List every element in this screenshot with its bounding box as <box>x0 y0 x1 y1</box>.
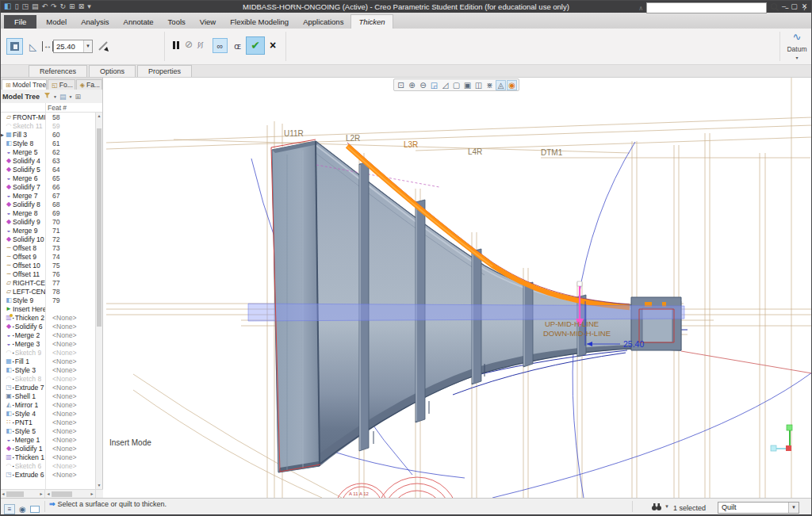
maximize-icon[interactable]: ▢ <box>789 2 799 10</box>
flip-direction-button[interactable] <box>97 40 109 52</box>
tree-item-fill-3[interactable]: ▶▦Fill 360 <box>0 130 95 139</box>
display-style-icon[interactable]: ▢ <box>451 80 462 90</box>
thickness-dropdown-icon[interactable]: ▼ <box>83 40 92 52</box>
tree-item-thicken-2[interactable]: ▥▪Thicken 2<None> <box>0 313 95 322</box>
save-icon[interactable]: ▤ <box>32 1 39 12</box>
tree-item-merge-5[interactable]: ◒Merge 562 <box>0 147 95 156</box>
app-icon[interactable]: ◧ <box>4 1 11 12</box>
new-icon[interactable]: ▯ <box>14 1 18 12</box>
scroll-thumb[interactable] <box>97 128 102 327</box>
tree-item-merge-9[interactable]: ◒Merge 971 <box>0 226 95 235</box>
scroll-right-icon[interactable]: ► <box>38 491 44 496</box>
scroll-left-icon[interactable]: ◄ <box>45 491 52 496</box>
graphics-viewport[interactable]: A 11 A 12 25.40 U11R L2R L3R L4R DTM1 UP… <box>106 78 812 498</box>
tree-item-merge-7[interactable]: ◒Merge 767 <box>0 191 95 200</box>
zoom-in-icon[interactable]: ⊕ <box>407 80 417 90</box>
scroll-down-icon[interactable]: ▼ <box>96 482 102 489</box>
tree-item-merge-8[interactable]: ◒Merge 869 <box>0 208 95 217</box>
tree-item-shell-1[interactable]: ▣▪Shell 1<None> <box>0 392 95 400</box>
tree-item-mirror-1[interactable]: ◭▪Mirror 1<None> <box>0 400 95 409</box>
quick-access-toolbar[interactable]: ◧▯◳▤↶↷↻⊞⊠▾ <box>4 1 91 12</box>
spin-center-icon[interactable]: ◉ <box>507 80 517 90</box>
datum-display-icon[interactable]: ⋇ <box>485 80 495 90</box>
tree-item-solidify-10[interactable]: ◆Solidify 1072 <box>0 235 95 243</box>
tree-item-solidify-8[interactable]: ◆Solidify 868 <box>0 200 95 208</box>
undo-icon[interactable]: ↶ <box>41 1 48 12</box>
navigator-toggle-icon[interactable]: ≡ <box>4 504 15 514</box>
datum-plane-band[interactable] <box>248 304 684 321</box>
browser-toggle-icon[interactable]: ◉ <box>19 504 26 514</box>
filter-dropdown-icon[interactable]: ▼ <box>788 503 799 513</box>
selection-filter-dropdown[interactable]: Quilt ▼ <box>718 502 799 514</box>
view-manager-icon[interactable]: ◫ <box>473 80 484 90</box>
regenerate-icon[interactable]: ↻ <box>60 1 67 12</box>
find-caret-icon[interactable]: ▼ <box>665 504 669 509</box>
tree-item-extrude-6[interactable]: ◳▪Extrude 6<None> <box>0 470 95 479</box>
tree-item-offset-10[interactable]: ∼Offset 1075 <box>0 261 95 269</box>
tree-item-merge-3[interactable]: ◒▪Merge 3<None> <box>0 339 95 348</box>
ribbon-tab-analysis[interactable]: Analysis <box>74 15 116 29</box>
tree-item-style-5[interactable]: ◧▪Style 5<None> <box>0 426 95 435</box>
ribbon-tab-applications[interactable]: Applications <box>296 15 350 29</box>
tree-item-merge-1[interactable]: ◒▪Merge 1<None> <box>0 435 95 444</box>
redo-icon[interactable]: ↷ <box>51 1 57 12</box>
tree-item-front-mid[interactable]: ▱FRONT-MID58 <box>0 113 95 121</box>
pause-button[interactable] <box>173 41 179 49</box>
datum-group[interactable]: ∿ Datum ▾ <box>783 31 810 60</box>
detached-preview-button[interactable]: ɶ <box>230 38 245 53</box>
tree-item-left-centei[interactable]: ▱LEFT-CENTEI78 <box>0 287 95 296</box>
filter-icon[interactable] <box>44 92 51 101</box>
ribbon-tab-flexible-modeling[interactable]: Flexible Modeling <box>223 15 296 29</box>
datum-caret-icon[interactable]: ▾ <box>783 55 810 60</box>
filter-value[interactable]: Quilt <box>718 503 788 513</box>
tree-item-sketch-9[interactable]: ◠▪Sketch 9<None> <box>0 348 95 357</box>
tree-item-offset-8[interactable]: ∼Offset 873 <box>0 243 95 252</box>
thicken-side-two-button[interactable]: ◺ <box>25 38 41 55</box>
minimize-icon[interactable]: – <box>779 2 789 10</box>
tree-item-fill-1[interactable]: ▦▪Fill 1<None> <box>0 357 95 365</box>
tree-vertical-scrollbar[interactable]: ▲ ▼ <box>95 113 102 489</box>
tree-item-thicken-1[interactable]: ▥▪Thicken 1<None> <box>0 453 95 461</box>
refit-icon[interactable]: ◲ <box>429 80 439 90</box>
navigator-tab-fo-[interactable]: ◱Fo... <box>48 79 75 90</box>
close-window-icon[interactable]: ⊠ <box>79 1 85 12</box>
tree-item-merge-6[interactable]: ◒Merge 665 <box>0 174 95 182</box>
feature-verify-icon[interactable]: ∫/∫ <box>197 41 203 48</box>
tree-item-style-8[interactable]: ◧Style 861 <box>0 139 95 147</box>
ribbon-tab-tools[interactable]: Tools <box>161 15 193 29</box>
tree-item-style-3[interactable]: ◧▪Style 3<None> <box>0 365 95 374</box>
tree-settings-icon[interactable]: ⊞ <box>75 93 81 101</box>
navigator-tab-model-tree[interactable]: ⊞Model Tree <box>2 79 47 90</box>
tree-item-solidify-1[interactable]: ◆▪Solidify 1<None> <box>0 444 95 453</box>
thickness-combobox[interactable]: 25.40 ▼ <box>53 40 93 53</box>
windows-icon[interactable]: ⊞ <box>69 1 75 12</box>
filter-caret-icon[interactable]: ▼ <box>53 94 57 99</box>
panel-tab-properties[interactable]: Properties <box>137 65 192 77</box>
feat-column-header[interactable]: Feat # <box>0 103 102 113</box>
name-column-scrollbar[interactable]: ◄ ► <box>0 490 45 498</box>
tree-item-pnt1[interactable]: ∷▪PNT1<None> <box>0 418 95 426</box>
graphics-area[interactable]: ⊡⊕⊖◲◿▢▣◫⋇◬◉ Insert Mode <box>106 78 812 498</box>
tree-item-solidify-9[interactable]: ◆Solidify 970 <box>0 217 95 226</box>
tree-item-offset-9[interactable]: ∼Offset 974 <box>0 252 95 261</box>
ribbon-tab-thicken[interactable]: Thicken <box>350 14 393 29</box>
tree-item-solidify-6[interactable]: ◆▪Solidify 6<None> <box>0 322 95 331</box>
fullscreen-toggle-icon[interactable] <box>30 506 40 513</box>
find-tool-button[interactable]: ▼ <box>650 502 669 511</box>
tree-item-sketch-8[interactable]: ◠▪Sketch 8<None> <box>0 374 95 383</box>
tree-item-style-9[interactable]: ◧Style 979 <box>0 296 95 304</box>
collapse-ribbon-icon[interactable]: ∧ <box>638 5 643 12</box>
window-controls[interactable]: – ▢ ✕ <box>779 2 810 10</box>
repaint-icon[interactable]: ◿ <box>440 80 450 90</box>
tree-item-solidify-5[interactable]: ◆Solidify 564 <box>0 165 95 174</box>
saved-orientations-icon[interactable]: ▣ <box>462 80 473 90</box>
command-search-input[interactable] <box>646 2 767 13</box>
panel-tab-references[interactable]: References <box>29 65 87 77</box>
navigator-tab-fa-[interactable]: ◈Fa... <box>76 79 102 90</box>
scroll-left-icon[interactable]: ◄ <box>0 491 6 496</box>
feat-column-scrollbar[interactable]: ◄ ► <box>45 490 96 498</box>
ribbon-tab-model[interactable]: Model <box>39 15 74 29</box>
ribbon-tab-file[interactable]: File <box>4 15 36 29</box>
columns-caret-icon[interactable]: ▼ <box>68 94 72 99</box>
more-icon[interactable]: ▾ <box>87 1 91 12</box>
